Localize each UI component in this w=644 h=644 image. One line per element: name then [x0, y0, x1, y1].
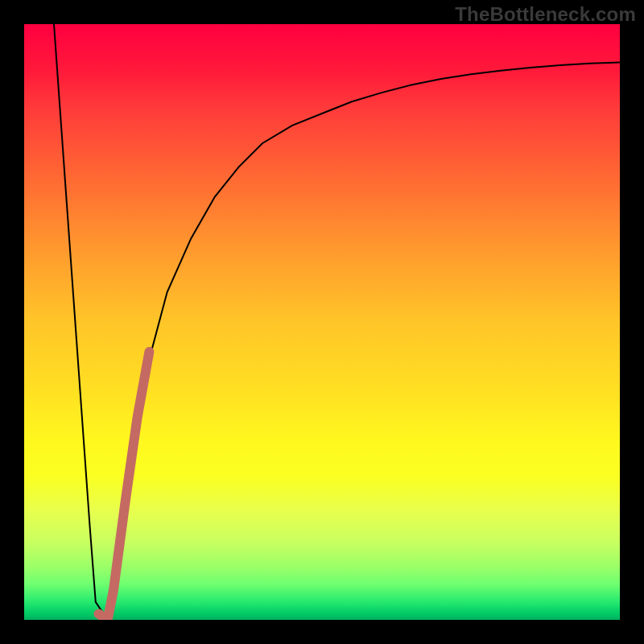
- highlight-segment-path: [99, 352, 150, 620]
- plot-area: [24, 24, 620, 620]
- bottleneck-curve-path: [54, 24, 620, 620]
- chart-canvas: [24, 24, 620, 620]
- chart-frame: TheBottleneck.com: [0, 0, 644, 644]
- watermark-text: TheBottleneck.com: [455, 3, 636, 26]
